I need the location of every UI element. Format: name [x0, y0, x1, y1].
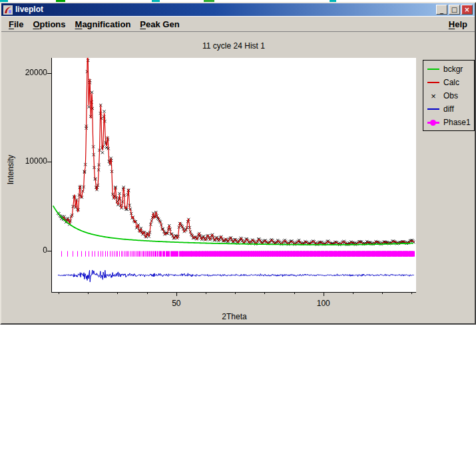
minimize-button[interactable]: _ [436, 5, 447, 15]
plot-title: 11 cycle 24 Hist 1 [51, 41, 416, 51]
titlebar[interactable]: liveplot _□× [1, 3, 475, 16]
close-icon: × [464, 6, 469, 13]
x-tick-label: 100 [310, 299, 337, 308]
legend-item-calc: Calc [423, 76, 474, 89]
menu-item-options[interactable]: Options [28, 18, 70, 31]
legend-label: bckgr [443, 65, 463, 74]
menubar-left: FileOptionsMagnificationPeak Gen [4, 18, 184, 31]
tk-app-icon [3, 5, 13, 15]
window-title: liveplot [15, 3, 43, 16]
legend-item-bckgr: bckgr [423, 63, 474, 76]
obs-symbol-icon: × [423, 92, 443, 100]
maximize-button[interactable]: □ [449, 5, 460, 15]
legend-label: diff [443, 104, 454, 114]
legend-label: Calc [443, 78, 459, 87]
liveplot-window: liveplot _□× FileOptionsMagnificationPea… [0, 2, 476, 325]
maximize-icon: □ [451, 6, 457, 13]
phase1-symbol-icon [423, 120, 443, 126]
menu-item-peak-gen[interactable]: Peak Gen [135, 18, 184, 31]
legend-item-diff: diff [423, 102, 474, 116]
screen: liveplot _□× FileOptionsMagnificationPea… [0, 0, 476, 457]
close-button[interactable]: × [461, 5, 473, 15]
legend-item-phase1: Phase1 [423, 116, 474, 129]
menu-item-magnification[interactable]: Magnification [71, 18, 136, 31]
plot-region: 11 cycle 24 Hist 1 Intensity 2Theta bckg… [1, 32, 475, 323]
bckgr-symbol-icon [423, 69, 443, 70]
menubar-right: Help [444, 18, 472, 31]
y-tick-label: 20000 [14, 68, 47, 77]
legend-label: Phase1 [443, 118, 471, 127]
minimize-icon: _ [440, 6, 443, 13]
legend-item-obs: ×Obs [423, 89, 474, 102]
legend: bckgrCalc×ObsdiffPhase1 [423, 60, 475, 131]
menu-item-help[interactable]: Help [444, 18, 472, 31]
legend-label: Obs [443, 91, 458, 100]
calc-symbol-icon [423, 82, 443, 83]
plot-canvas[interactable] [41, 55, 421, 297]
x-tick-label: 50 [163, 299, 190, 308]
menubar: FileOptionsMagnificationPeak Gen Help [1, 16, 475, 32]
y-tick-label: 10000 [14, 156, 47, 166]
y-tick-label: 0 [14, 245, 47, 255]
x-axis-label: 2Theta [208, 312, 261, 321]
menu-item-file[interactable]: File [4, 18, 28, 31]
titlebar-buttons: _□× [436, 5, 473, 15]
diff-symbol-icon [423, 108, 443, 110]
